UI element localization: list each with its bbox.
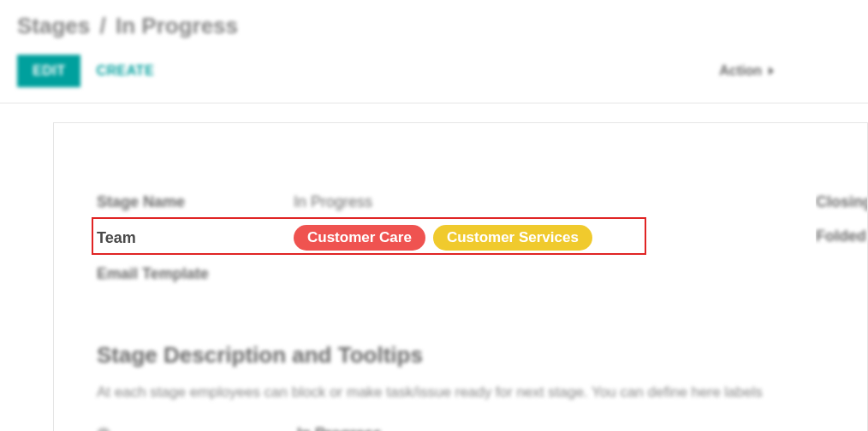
team-tag[interactable]: Customer Services	[433, 225, 592, 251]
team-label: Team	[97, 229, 294, 247]
closing-stage-label: Closing Kanban Stage	[816, 185, 867, 219]
tooltip-row: In Progress	[54, 425, 867, 431]
top-bar: Stages / In Progress EDIT CREATE Action	[0, 0, 868, 103]
section-desc: At each stage employees can block or mak…	[54, 369, 867, 401]
section-title: Stage Description and Tooltips	[54, 342, 867, 369]
field-stage-name: Stage Name In Progress	[54, 185, 867, 219]
tooltip-name: In Progress	[297, 425, 382, 431]
stage-name-label: Stage Name	[97, 193, 294, 211]
breadcrumb-root[interactable]: Stages	[17, 13, 90, 38]
field-team: Team Customer Care Customer Services	[54, 219, 867, 257]
breadcrumb-current: In Progress	[116, 13, 238, 38]
status-dot-icon	[97, 428, 110, 432]
folded-label: Folded in Kanban	[816, 219, 867, 253]
form-fields: Stage Name In Progress Team Customer Car…	[54, 185, 867, 291]
form-sheet: Stage Name In Progress Team Customer Car…	[53, 122, 868, 431]
email-template-label: Email Template	[97, 265, 294, 283]
caret-right-icon	[769, 67, 774, 75]
breadcrumb[interactable]: Stages / In Progress	[17, 13, 851, 39]
action-label: Action	[719, 63, 762, 79]
stage-name-value: In Progress	[294, 193, 372, 211]
team-tags: Customer Care Customer Services	[294, 225, 596, 251]
action-menu[interactable]: Action	[719, 63, 851, 79]
edit-button[interactable]: EDIT	[17, 55, 80, 87]
toolbar: EDIT CREATE Action	[17, 55, 851, 87]
toolbar-left: EDIT CREATE	[17, 55, 154, 87]
right-column: Closing Kanban Stage Folded in Kanban	[816, 185, 867, 253]
create-button[interactable]: CREATE	[96, 63, 154, 79]
field-email-template: Email Template	[54, 257, 867, 291]
breadcrumb-separator: /	[100, 13, 106, 38]
team-tag[interactable]: Customer Care	[294, 225, 425, 251]
